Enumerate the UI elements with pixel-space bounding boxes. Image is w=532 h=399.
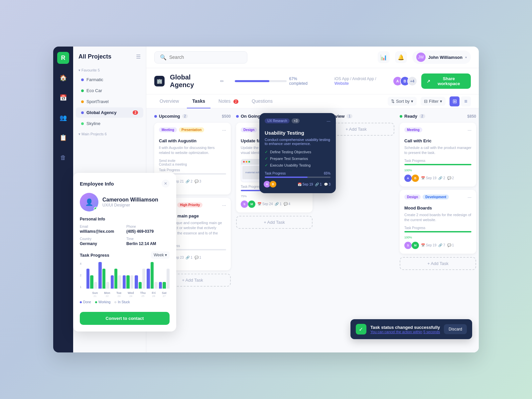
sporttravel-dot xyxy=(81,100,84,103)
bar-sat-done xyxy=(159,282,162,289)
tab-notes[interactable]: Notes 2 xyxy=(213,94,244,108)
sidebar-icon-trash[interactable]: 🗑 xyxy=(57,152,69,164)
popup-footer: A B 📅 Sep 19 🔗 1 💬 3 xyxy=(265,181,331,188)
card-menu-icon-2[interactable]: ··· xyxy=(222,202,226,208)
bar-sun xyxy=(86,269,97,289)
discard-button[interactable]: Discard xyxy=(444,324,467,334)
logo-letter: R xyxy=(61,55,66,62)
filter-button[interactable]: ⊟ Filter ▾ xyxy=(421,97,446,106)
mood-desc: Create 2 mood boards for the redesign of… xyxy=(404,212,471,223)
main-content: 🔍 📊 🔔 JW John Williamson ▾ 🏢 Global Agen… xyxy=(146,47,479,352)
column-header-upcoming: Upcoming 2 $500 xyxy=(154,114,231,119)
share-workspace-button[interactable]: ↗ Share workspace xyxy=(421,73,471,89)
country-label: Country xyxy=(80,237,123,241)
globalagency-badge: 2 xyxy=(133,110,138,115)
globalagency-dot xyxy=(81,111,84,114)
popup-progress-fill xyxy=(265,177,308,178)
chart-header: Task Progress Week ▾ xyxy=(80,251,170,259)
notifications-icon[interactable]: 🔔 xyxy=(395,51,407,63)
convert-to-contact-button[interactable]: Convert to contact xyxy=(80,312,170,325)
sidebar-item-globalagency[interactable]: Global Agency 2 xyxy=(76,107,143,118)
eric-comments: 💬 2 xyxy=(447,176,454,180)
eric-date: 📅 Sep 19 xyxy=(421,176,436,180)
sidebar-item-ecocar[interactable]: Eco Car xyxy=(76,85,143,96)
eric-av2: B xyxy=(412,175,419,182)
employee-role: UX/UI Designer xyxy=(102,203,158,207)
bar-wed-stuck xyxy=(130,275,133,289)
eric-progress-fill xyxy=(404,164,471,165)
ongoing-title: On Going xyxy=(241,114,260,119)
sidebar-icon-home[interactable]: 🏠 xyxy=(57,72,69,84)
add-task-ongoing[interactable]: + Add Task xyxy=(236,216,313,229)
team-avatar-more: +4 xyxy=(407,76,417,86)
country-item: Country Germany xyxy=(80,237,123,246)
stats-icon[interactable]: 📊 xyxy=(378,51,390,63)
card-call-eric: Meeting ··· Call with Eric Schedule a ca… xyxy=(400,123,476,187)
time-value: Berlin 12:14 AM xyxy=(126,241,170,246)
task-item: Conduct a meeting xyxy=(159,163,226,166)
list-view-button[interactable]: ≡ xyxy=(461,96,471,106)
sidebar-icon-tasks[interactable]: 📋 xyxy=(57,132,69,144)
legend-done-dot xyxy=(80,301,82,303)
email-label: Email xyxy=(80,225,123,228)
mood-progress-bar xyxy=(404,231,471,232)
view-toggle: ⊞ ≡ xyxy=(450,96,471,106)
favicon-links: 🔗 1 xyxy=(275,202,281,206)
toast-seconds-link[interactable]: 5 seconds xyxy=(423,330,440,334)
chart-title: Task Progress xyxy=(80,253,109,258)
sidebar-icon-team[interactable]: 👥 xyxy=(57,112,69,124)
sidebar-item-skyline[interactable]: Skyline xyxy=(76,118,143,129)
date-26: 26 xyxy=(152,295,156,298)
popup-menu-icon[interactable]: ··· xyxy=(327,118,331,124)
bar-thu xyxy=(135,269,145,289)
bar-tue xyxy=(111,269,121,289)
card-comments: 💬 3 xyxy=(195,180,201,183)
search-input[interactable] xyxy=(169,55,242,60)
day-thu: Thu xyxy=(140,291,146,295)
online-indicator xyxy=(94,207,98,211)
sort-button[interactable]: ⇅ Sort by ▾ xyxy=(388,97,417,106)
app-logo[interactable]: R xyxy=(57,52,69,64)
user-pill[interactable]: JW John Williamson ▾ xyxy=(412,51,471,64)
eric-menu[interactable]: ··· xyxy=(467,127,471,133)
eric-desc: Schedule a call with the product manager… xyxy=(404,145,471,156)
edit-icon[interactable]: ✏ xyxy=(220,78,224,84)
sidebar-icon-calendar[interactable]: 📅 xyxy=(57,92,69,104)
tag-meeting-eric: Meeting xyxy=(404,127,422,132)
sidebar-item-farmatic[interactable]: Farmatic xyxy=(76,74,143,85)
nav-menu-icon[interactable]: ☰ xyxy=(136,54,141,60)
mood-date: 📅 Sep 19 xyxy=(421,243,436,247)
week-selector[interactable]: Week ▾ xyxy=(151,251,170,259)
progress-text: 67% completed xyxy=(289,76,316,86)
popup-progress-pct: 65% xyxy=(324,172,331,175)
breadcrumb-active: Website xyxy=(334,81,349,86)
grid-view-button[interactable]: ⊞ xyxy=(450,96,460,106)
tab-overview[interactable]: Overview xyxy=(154,94,184,108)
personal-info-title: Personal Info xyxy=(80,217,170,221)
y-label-2: 2 xyxy=(80,274,81,277)
tab-tasks[interactable]: Tasks xyxy=(187,94,210,108)
popup-progress-section: Task Progress 65% xyxy=(265,172,331,178)
tag-design-fav: Design xyxy=(241,127,257,132)
card-title: Call with Augustin xyxy=(159,138,226,143)
check-item-1: ✓ Define Testing Objectives xyxy=(265,150,331,154)
search-bar[interactable]: 🔍 xyxy=(154,51,247,64)
bar-sun-done xyxy=(86,269,89,289)
tag-meeting: Meeting xyxy=(159,127,177,132)
project-title: Global Agency xyxy=(170,73,215,89)
mood-menu[interactable]: ··· xyxy=(467,195,471,200)
card-menu-icon[interactable]: ··· xyxy=(222,127,226,133)
close-button[interactable]: ✕ xyxy=(162,180,170,188)
breadcrumb: iOS App / Android App / Website xyxy=(334,76,390,86)
bar-mon-stuck xyxy=(106,282,109,289)
add-task-ready[interactable]: + Add Task xyxy=(400,257,476,270)
sidebar-item-sporttravel[interactable]: SportTravel xyxy=(76,96,143,107)
time-item: Time Berlin 12:14 AM xyxy=(126,237,170,246)
eric-links: 🔗 2 xyxy=(438,176,445,180)
eric-footer: A B 📅 Sep 19 🔗 2 💬 2 xyxy=(404,175,471,182)
eric-pct: 100% xyxy=(404,169,471,172)
chevron-down-icon: ▾ xyxy=(465,56,467,59)
toast-title: Task status changed successfully xyxy=(370,325,440,330)
tab-questions[interactable]: Questions xyxy=(246,94,278,108)
employee-panel: Employee Info ✕ 👤 Cameroon Williamson UX… xyxy=(73,173,176,332)
